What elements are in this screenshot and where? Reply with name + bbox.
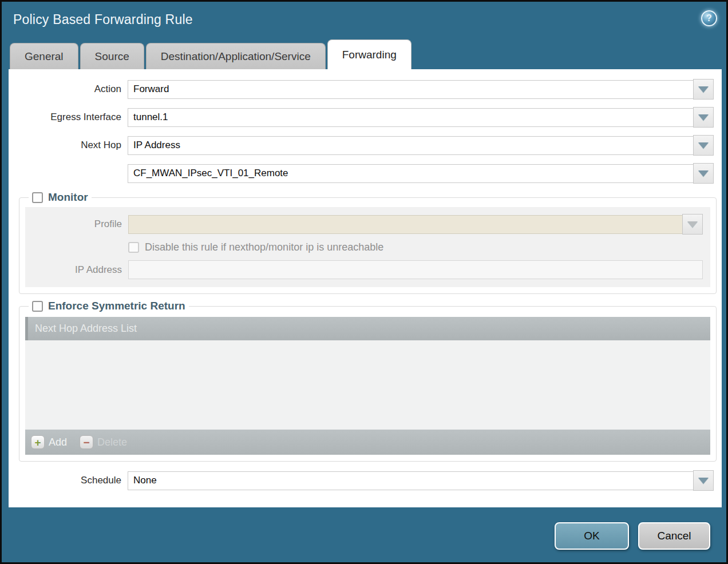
cancel-button[interactable]: Cancel xyxy=(638,522,710,550)
table-footer: + Add − Delete xyxy=(25,430,710,455)
action-row: Action xyxy=(9,79,722,100)
pbf-rule-dialog: Policy Based Forwarding Rule ? General S… xyxy=(0,0,728,564)
profile-dropdown-button xyxy=(682,214,703,235)
monitor-ip-address-row: IP Address xyxy=(25,260,710,279)
egress-interface-input[interactable] xyxy=(128,108,694,127)
titlebar: Policy Based Forwarding Rule ? xyxy=(2,2,726,39)
action-dropdown-button[interactable] xyxy=(693,79,714,100)
tab-label: Forwarding xyxy=(342,49,397,61)
next-hop-address-dropdown-button[interactable] xyxy=(693,163,714,184)
tab-label: Destination/Application/Service xyxy=(161,50,311,63)
monitor-section: Monitor Profile Disable this rule if nex… xyxy=(19,191,717,294)
plus-glyph: + xyxy=(34,437,41,448)
chevron-down-icon xyxy=(698,114,709,121)
help-glyph: ? xyxy=(706,13,712,23)
schedule-row: Schedule xyxy=(9,470,722,491)
table-body xyxy=(25,340,710,430)
egress-interface-label: Egress Interface xyxy=(9,112,128,123)
monitor-legend: Monitor xyxy=(29,191,92,204)
tab-destination-application-service[interactable]: Destination/Application/Service xyxy=(146,43,326,69)
egress-interface-dropdown-button[interactable] xyxy=(693,107,714,128)
symmetric-return-section: Enforce Symmetric Return Next Hop Addres… xyxy=(19,300,717,462)
chevron-down-icon xyxy=(687,221,698,228)
next-hop-dropdown-button[interactable] xyxy=(693,135,714,156)
symmetric-return-checkbox[interactable] xyxy=(32,301,43,312)
monitor-panel: Profile Disable this rule if nexthop/mon… xyxy=(25,207,710,287)
monitor-ip-address-label: IP Address xyxy=(25,264,128,276)
next-hop-address-combo xyxy=(128,163,714,184)
help-icon[interactable]: ? xyxy=(701,10,717,26)
tab-forwarding[interactable]: Forwarding xyxy=(327,39,412,69)
ok-button[interactable]: OK xyxy=(555,522,629,550)
tab-bar: General Source Destination/Application/S… xyxy=(10,39,722,69)
disable-rule-label: Disable this rule if nexthop/monitor ip … xyxy=(145,241,383,253)
profile-input xyxy=(128,215,683,234)
chevron-down-icon xyxy=(698,86,709,93)
schedule-dropdown-button[interactable] xyxy=(693,470,714,491)
disable-rule-row: Disable this rule if nexthop/monitor ip … xyxy=(25,241,710,253)
minus-glyph: − xyxy=(83,437,89,448)
profile-label: Profile xyxy=(25,219,128,230)
minus-icon: − xyxy=(80,435,93,449)
next-hop-address-input[interactable] xyxy=(128,164,694,183)
next-hop-combo xyxy=(128,135,714,156)
schedule-input[interactable] xyxy=(128,471,694,490)
dialog-title: Policy Based Forwarding Rule xyxy=(13,12,193,27)
action-input[interactable] xyxy=(128,80,694,99)
monitor-ip-address-input xyxy=(128,260,703,279)
symmetric-return-legend-label: Enforce Symmetric Return xyxy=(48,300,185,312)
tab-general[interactable]: General xyxy=(10,43,78,69)
monitor-legend-label: Monitor xyxy=(48,191,88,204)
profile-row: Profile xyxy=(25,214,710,235)
schedule-combo xyxy=(128,470,714,491)
egress-interface-row: Egress Interface xyxy=(9,107,722,128)
dialog-footer: OK Cancel xyxy=(555,522,710,550)
tab-label: Source xyxy=(95,50,129,63)
next-hop-label: Next Hop xyxy=(9,140,128,151)
egress-interface-combo xyxy=(128,107,714,128)
add-button[interactable]: + Add xyxy=(31,435,67,449)
disable-rule-checkbox xyxy=(128,242,139,253)
plus-icon: + xyxy=(31,435,45,449)
chevron-down-icon xyxy=(698,142,709,149)
table-header: Next Hop Address List xyxy=(25,317,710,340)
add-button-label: Add xyxy=(49,436,67,448)
next-hop-address-list-table: Next Hop Address List + Add − Delete xyxy=(25,317,710,455)
symmetric-return-legend: Enforce Symmetric Return xyxy=(29,300,189,312)
table-header-label: Next Hop Address List xyxy=(35,323,137,335)
monitor-checkbox[interactable] xyxy=(32,192,43,203)
tab-content-forwarding: Action Egress Interface Next Hop xyxy=(9,69,722,507)
delete-button-label: Delete xyxy=(97,436,127,448)
next-hop-address-row xyxy=(9,163,722,184)
tab-label: General xyxy=(25,50,64,63)
next-hop-type-input[interactable] xyxy=(128,136,694,155)
schedule-label: Schedule xyxy=(9,475,128,486)
delete-button: − Delete xyxy=(80,435,127,449)
chevron-down-icon xyxy=(698,478,709,484)
tab-source[interactable]: Source xyxy=(80,43,144,69)
action-label: Action xyxy=(9,84,128,95)
chevron-down-icon xyxy=(698,170,709,177)
action-combo xyxy=(128,79,714,100)
next-hop-row: Next Hop xyxy=(9,135,722,156)
